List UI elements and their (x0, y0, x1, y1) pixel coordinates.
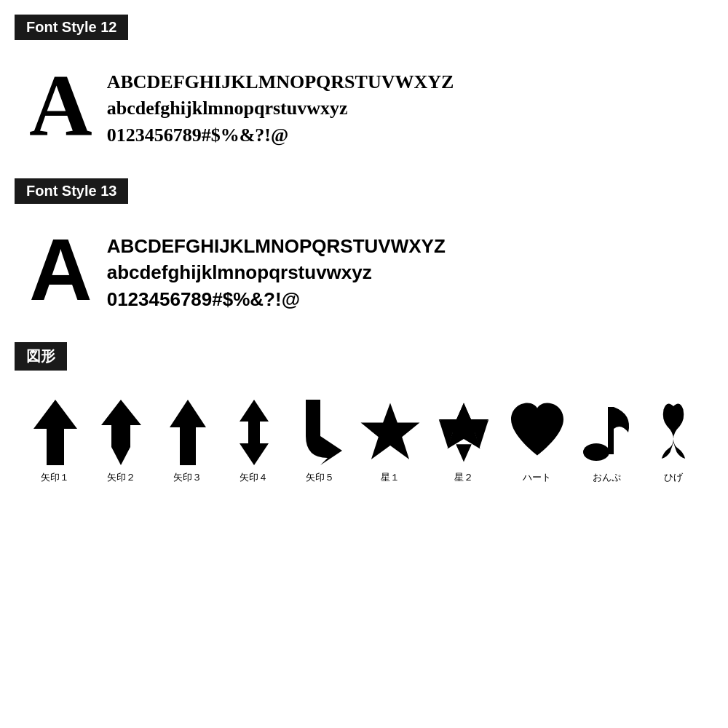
star1-icon (357, 400, 423, 465)
font-style-12-big-letter: A (29, 62, 92, 149)
font-style-12-section: Font Style 12 A ABCDEFGHIJKLMNOPQRSTUVWX… (15, 15, 713, 157)
svg-marker-5 (240, 443, 269, 465)
shape-arrow1: 矢印１ (26, 400, 84, 484)
shape-arrow2: 矢印２ (92, 400, 151, 484)
arrow1-label: 矢印１ (41, 471, 69, 484)
mustache-label: ひげ (664, 471, 683, 484)
font-style-13-big-letter: A (29, 226, 92, 313)
svg-marker-4 (240, 400, 269, 443)
star2-label: 星２ (454, 471, 473, 484)
shape-heart: ハート (505, 400, 570, 484)
arrow3-label: 矢印３ (173, 471, 202, 484)
svg-marker-3 (170, 400, 206, 465)
shapes-section: 図形 矢印１ 矢印２ (15, 342, 713, 484)
shape-mustache: ひげ (644, 400, 703, 484)
star1-label: 星１ (381, 471, 400, 484)
font-style-12-demo: A ABCDEFGHIJKLMNOPQRSTUVWXYZ abcdefghijk… (15, 55, 713, 157)
font-style-13-chars: ABCDEFGHIJKLMNOPQRSTUVWXYZ abcdefghijklm… (107, 226, 446, 312)
font-style-12-uppercase: ABCDEFGHIJKLMNOPQRSTUVWXYZ (107, 69, 454, 95)
font-style-13-lowercase: abcdefghijklmnopqrstuvwxyz (107, 259, 446, 285)
svg-marker-6 (360, 403, 419, 459)
shape-arrow3: 矢印３ (159, 400, 217, 484)
shape-star1: 星１ (357, 400, 423, 484)
font-style-13-numbers: 0123456789#$%&?!@ (107, 286, 446, 312)
shapes-grid: 矢印１ 矢印２ 矢印３ (15, 385, 713, 484)
heart-label: ハート (523, 471, 551, 484)
arrow5-label: 矢印５ (306, 471, 334, 484)
svg-marker-0 (33, 400, 77, 465)
arrow5-icon (298, 400, 342, 465)
font-style-13-uppercase: ABCDEFGHIJKLMNOPQRSTUVWXYZ (107, 233, 446, 259)
shape-arrow4: 矢印４ (225, 400, 283, 484)
mustache-icon (659, 400, 688, 465)
font-style-12-chars: ABCDEFGHIJKLMNOPQRSTUVWXYZ abcdefghijklm… (107, 62, 454, 149)
music-label: おんぷ (593, 471, 621, 484)
font-style-13-header: Font Style 13 (15, 178, 128, 204)
shape-arrow5: 矢印５ (291, 400, 349, 484)
arrow2-icon (101, 400, 141, 465)
arrow3-icon (170, 400, 206, 465)
svg-marker-2 (111, 447, 130, 465)
star2-icon (431, 400, 496, 465)
svg-rect-15 (608, 407, 614, 454)
svg-point-14 (583, 443, 609, 461)
arrow2-label: 矢印２ (107, 471, 135, 484)
font-style-13-demo: A ABCDEFGHIJKLMNOPQRSTUVWXYZ abcdefghijk… (15, 218, 713, 320)
shapes-header: 図形 (15, 342, 67, 371)
shape-star2: 星２ (431, 400, 496, 484)
arrow4-icon (240, 400, 269, 465)
arrow4-label: 矢印４ (240, 471, 268, 484)
heart-icon (505, 400, 570, 465)
svg-marker-1 (101, 400, 141, 447)
font-style-12-lowercase: abcdefghijklmnopqrstuvwxyz (107, 95, 454, 122)
shape-music: おんぷ (578, 400, 636, 484)
font-style-13-section: Font Style 13 A ABCDEFGHIJKLMNOPQRSTUVWX… (15, 178, 713, 320)
svg-marker-13 (456, 444, 472, 460)
font-style-12-numbers: 0123456789#$%&?!@ (107, 122, 454, 149)
font-style-12-header: Font Style 12 (15, 15, 128, 40)
music-icon (582, 400, 633, 465)
arrow1-icon (33, 400, 77, 465)
